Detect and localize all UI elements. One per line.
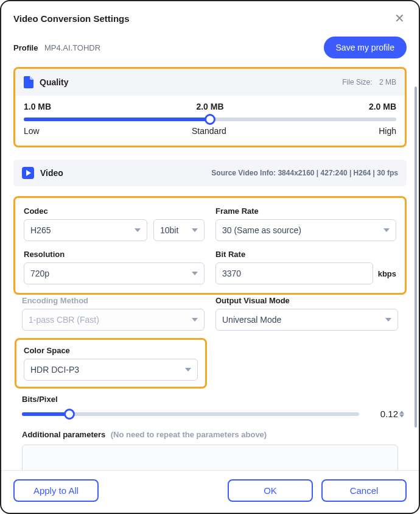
resolution-value: 720p — [30, 269, 49, 278]
chevron-down-icon — [192, 228, 198, 232]
quality-value-row: 1.0 MB 2.0 MB 2.0 MB — [24, 102, 396, 111]
additional-parameters-textarea[interactable] — [22, 445, 398, 470]
quality-max: 2.0 MB — [369, 102, 396, 111]
quality-high: High — [379, 126, 396, 136]
framerate-field: Frame Rate 30 (Same as source) — [215, 206, 396, 241]
file-icon — [24, 76, 33, 88]
play-icon — [22, 167, 34, 179]
video-conversion-dialog: Video Conversion Settings ✕ Profile MP4.… — [0, 0, 420, 514]
encoding-label: Encoding Method — [22, 296, 205, 305]
quality-mid: 2.0 MB — [196, 102, 223, 111]
framerate-select[interactable]: 30 (Same as source) — [215, 219, 396, 241]
dialog-title: Video Conversion Settings — [13, 13, 130, 24]
additional-parameters: Additional parameters (No need to repeat… — [13, 429, 407, 470]
dialog-body: Quality File Size: 2 MB 1.0 MB 2.0 MB 2.… — [1, 67, 419, 470]
video-header: Video Source Video Info: 3844x2160 | 427… — [13, 160, 407, 186]
step-down-icon[interactable] — [399, 414, 404, 417]
quality-standard: Standard — [192, 126, 226, 136]
codec-label: Codec — [24, 206, 205, 216]
bitspixel-slider[interactable] — [22, 412, 359, 416]
cancel-button[interactable]: Cancel — [321, 479, 407, 502]
chevron-down-icon — [192, 272, 198, 275]
step-up-icon[interactable] — [399, 410, 404, 414]
encoding-select: 1-pass CBR (Fast) — [22, 309, 205, 331]
bitspixel-slider-knob[interactable] — [64, 409, 75, 420]
chevron-down-icon — [135, 228, 141, 232]
colorspace-label: Color Space — [24, 346, 198, 355]
quality-header: Quality File Size: 2 MB — [15, 69, 405, 96]
quality-label-row: Low Standard High — [24, 126, 396, 136]
colorspace-value: HDR DCI-P3 — [30, 365, 79, 375]
resolution-select[interactable]: 720p — [24, 262, 205, 284]
quality-title: Quality — [40, 77, 68, 87]
profile-value: MP4.AI.TOHDR — [44, 43, 100, 52]
quality-panel: Quality File Size: 2 MB 1.0 MB 2.0 MB 2.… — [13, 67, 407, 147]
bitrate-field: Bit Rate 3370 kbps — [215, 250, 396, 284]
ovm-value: Universal Mode — [222, 315, 281, 325]
file-size-text: File Size: — [342, 78, 372, 86]
dialog-footer: Apply to All OK Cancel — [1, 470, 419, 513]
file-size-label: File Size: 2 MB — [342, 78, 396, 86]
ok-button[interactable]: OK — [228, 479, 313, 502]
bitdepth-value: 10bit — [160, 225, 178, 235]
bitrate-label: Bit Rate — [215, 250, 396, 259]
bitspixel-stepper[interactable] — [399, 410, 404, 417]
source-video-info: Source Video Info: 3844x2160 | 427:240 |… — [211, 169, 398, 177]
codec-field: Codec H265 10bit — [24, 206, 205, 241]
chevron-down-icon — [192, 318, 198, 322]
ap-hint: (No need to repeat the parameters above) — [111, 430, 267, 439]
bitrate-input[interactable]: 3370 — [215, 262, 373, 284]
video-main-settings: Codec H265 10bit Frame Rate — [13, 196, 407, 295]
apply-to-all-button[interactable]: Apply to All — [13, 479, 99, 502]
video-title: Video — [40, 168, 63, 178]
save-profile-button[interactable]: Save my profile — [324, 37, 407, 58]
encoding-field: Encoding Method 1-pass CBR (Fast) — [22, 296, 205, 331]
framerate-value: 30 (Same as source) — [222, 225, 301, 235]
scrollbar[interactable] — [415, 86, 417, 428]
file-size-value: 2 MB — [379, 78, 396, 86]
chevron-down-icon — [185, 368, 191, 371]
bitrate-value: 3370 — [222, 269, 241, 278]
ovm-field: Output Visual Mode Universal Mode — [215, 296, 398, 331]
chevron-down-icon — [383, 228, 390, 232]
close-icon[interactable]: ✕ — [392, 11, 407, 26]
quality-min: 1.0 MB — [24, 102, 51, 111]
ovm-select[interactable]: Universal Mode — [215, 309, 398, 331]
ovm-label: Output Visual Mode — [215, 296, 398, 305]
bitspixel-field: Bits/Pixel 0.12 — [13, 395, 407, 419]
bitspixel-label: Bits/Pixel — [22, 395, 398, 404]
profile-row: Profile MP4.AI.TOHDR Save my profile — [1, 32, 419, 67]
quality-slider[interactable] — [24, 118, 396, 121]
ap-label: Additional parameters — [22, 430, 105, 439]
framerate-label: Frame Rate — [215, 206, 396, 216]
codec-select[interactable]: H265 — [24, 219, 147, 241]
colorspace-panel: Color Space HDR DCI-P3 — [15, 338, 207, 389]
profile-text: Profile MP4.AI.TOHDR — [13, 42, 100, 53]
bitdepth-select[interactable]: 10bit — [153, 219, 205, 241]
colorspace-select[interactable]: HDR DCI-P3 — [24, 359, 198, 381]
encoding-value: 1-pass CBR (Fast) — [29, 315, 99, 325]
quality-low: Low — [24, 126, 40, 136]
chevron-down-icon — [385, 318, 391, 322]
resolution-field: Resolution 720p — [24, 250, 205, 284]
profile-label: Profile — [13, 43, 38, 52]
bitrate-unit: kbps — [378, 269, 396, 278]
bitspixel-value: 0.12 — [368, 409, 398, 419]
dialog-header: Video Conversion Settings ✕ — [1, 1, 419, 32]
codec-value: H265 — [30, 225, 51, 235]
resolution-label: Resolution — [24, 250, 205, 259]
quality-slider-knob[interactable] — [205, 114, 215, 125]
